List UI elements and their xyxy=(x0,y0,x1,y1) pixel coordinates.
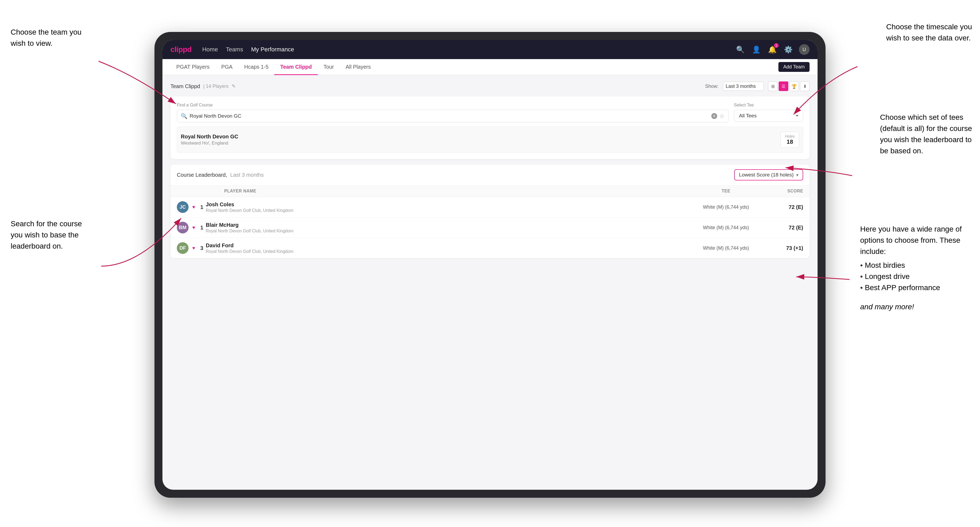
player-rank: 1 xyxy=(198,204,206,210)
leaderboard-title: Course Leaderboard, Last 3 months xyxy=(177,172,264,178)
tee-select-label: Select Tee xyxy=(734,103,803,108)
player-club: Royal North Devon Golf Club, United King… xyxy=(206,249,686,254)
player-score: 72 (E) xyxy=(766,204,803,210)
table-row: DF ♥ 3 David Ford Royal North Devon Golf… xyxy=(170,238,810,258)
search-icon-button[interactable]: 🔍 xyxy=(735,44,746,55)
notification-badge: 1 xyxy=(774,43,779,48)
tee-select[interactable]: All Tees xyxy=(738,113,799,119)
annotation-line: you wish to base the xyxy=(11,231,78,239)
tee-select-group: Select Tee All Tees xyxy=(734,103,803,122)
annotation-line: Choose which set of tees xyxy=(880,113,964,121)
annotation-line: Search for the course xyxy=(11,220,82,228)
player-tee: White (M) (6,744 yds) xyxy=(686,205,766,210)
sub-nav-team-clippd[interactable]: Team Clippd xyxy=(274,59,318,75)
col-tee-header: TEE xyxy=(686,189,766,194)
course-location: Westward Ho!, England xyxy=(181,141,238,146)
table-header: PLAYER NAME TEE SCORE xyxy=(170,186,810,197)
player-details: Blair McHarg Royal North Devon Golf Club… xyxy=(206,222,686,233)
annotation-line: Here you have a wide range of options to… xyxy=(860,225,962,256)
edit-icon[interactable]: ✎ xyxy=(232,83,236,89)
player-score: 72 (E) xyxy=(766,225,803,231)
trophy-view-button[interactable]: 🏆 xyxy=(789,81,799,91)
player-club: Royal North Devon Golf Club, United King… xyxy=(206,208,686,213)
holes-label: Holes xyxy=(785,134,795,138)
view-toggle-buttons: ⊞ ☰ 🏆 ⬇ xyxy=(768,81,810,91)
sub-nav-links: PGAT Players PGA Hcaps 1-5 Team Clippd T… xyxy=(170,59,377,75)
download-button[interactable]: ⬇ xyxy=(800,81,810,91)
nav-links: Home Teams My Performance xyxy=(202,46,294,53)
nav-link-teams[interactable]: Teams xyxy=(226,46,243,53)
annotation-option: Longest drive xyxy=(860,271,972,282)
sub-nav-hcaps[interactable]: Hcaps 1-5 xyxy=(238,59,274,75)
annotation-mid-right: Choose which set of tees (default is all… xyxy=(880,112,972,157)
tee-select-wrap[interactable]: All Tees xyxy=(734,110,803,122)
player-name: Josh Coles xyxy=(206,202,686,208)
tablet-screen: clippd Home Teams My Performance 🔍 👤 🔔 1… xyxy=(162,40,818,490)
team-header: Team Clippd | 14 Players ✎ Show: Last 3 … xyxy=(170,81,810,91)
course-search-label: Find a Golf Course xyxy=(177,103,729,108)
course-search-input[interactable] xyxy=(189,113,709,119)
annotation-line: be based on. xyxy=(880,147,923,155)
annotation-line: Choose the timescale you xyxy=(886,22,972,31)
table-row: BM ♥ 1 Blair McHarg Royal North Devon Go… xyxy=(170,217,810,238)
holes-number: 18 xyxy=(787,138,793,145)
course-result: Royal North Devon GC Westward Ho!, Engla… xyxy=(177,127,803,153)
player-avatar: BM xyxy=(177,222,189,233)
timeframe-select[interactable]: Last 3 months xyxy=(723,82,764,91)
notification-bell-button[interactable]: 🔔 1 xyxy=(767,44,778,55)
course-search-group: Find a Golf Course 🔍 ✕ ☆ xyxy=(177,103,729,122)
nav-link-home[interactable]: Home xyxy=(202,46,218,53)
favorite-button[interactable]: ☆ xyxy=(719,113,725,119)
course-search-input-wrap[interactable]: 🔍 ✕ ☆ xyxy=(177,110,729,122)
player-score: 73 (+1) xyxy=(766,245,803,251)
grid-view-button[interactable]: ⊞ xyxy=(768,81,778,91)
annotation-line: (default is all) for the course xyxy=(880,124,972,133)
add-team-button[interactable]: Add Team xyxy=(778,62,810,72)
favorite-heart-icon[interactable]: ♥ xyxy=(192,245,195,251)
search-clear-button[interactable]: ✕ xyxy=(711,113,717,119)
score-type-select[interactable]: Lowest Score (18 holes) ▾ xyxy=(734,169,803,181)
table-row: JC ♥ 1 Josh Coles Royal North Devon Golf… xyxy=(170,197,810,217)
player-details: David Ford Royal North Devon Golf Club, … xyxy=(206,243,686,254)
annotation-option: Best APP performance xyxy=(860,282,972,293)
nav-bar: clippd Home Teams My Performance 🔍 👤 🔔 1… xyxy=(162,40,818,59)
favorite-heart-icon[interactable]: ♥ xyxy=(192,225,195,230)
show-label: Show: xyxy=(705,84,719,89)
leaderboard-table: JC ♥ 1 Josh Coles Royal North Devon Golf… xyxy=(170,197,810,258)
tablet-frame: clippd Home Teams My Performance 🔍 👤 🔔 1… xyxy=(154,32,826,498)
annotation-line: Choose the team you xyxy=(11,28,81,36)
player-details: Josh Coles Royal North Devon Golf Club, … xyxy=(206,202,686,213)
col-score-header: SCORE xyxy=(766,189,803,194)
player-rank: 1 xyxy=(198,225,206,231)
player-rank: 3 xyxy=(198,245,206,251)
search-row: Find a Golf Course 🔍 ✕ ☆ Select Tee xyxy=(177,103,803,122)
annotation-line: you wish the leaderboard to xyxy=(880,135,972,144)
app-logo: clippd xyxy=(170,45,191,54)
player-name: Blair McHarg xyxy=(206,222,686,228)
search-icon: 🔍 xyxy=(181,113,188,119)
settings-icon-button[interactable]: ⚙️ xyxy=(783,44,794,55)
favorite-heart-icon[interactable]: ♥ xyxy=(192,205,195,210)
player-tee: White (M) (6,744 yds) xyxy=(686,225,766,230)
sub-nav-tour[interactable]: Tour xyxy=(318,59,340,75)
sub-nav-pgat[interactable]: PGAT Players xyxy=(170,59,215,75)
team-controls: Show: Last 3 months ⊞ ☰ 🏆 ⬇ xyxy=(705,81,810,91)
nav-icons: 🔍 👤 🔔 1 ⚙️ U xyxy=(735,44,810,55)
leaderboard-section: Course Leaderboard, Last 3 months Lowest… xyxy=(170,165,810,258)
main-content: Team Clippd | 14 Players ✎ Show: Last 3 … xyxy=(162,75,818,265)
avatar[interactable]: U xyxy=(799,44,810,55)
player-tee: White (M) (6,744 yds) xyxy=(686,245,766,251)
player-count: | 14 Players xyxy=(203,84,229,89)
list-view-button[interactable]: ☰ xyxy=(779,81,788,91)
user-icon-button[interactable]: 👤 xyxy=(751,44,762,55)
annotation-option: Most birdies xyxy=(860,260,972,271)
player-club: Royal North Devon Golf Club, United King… xyxy=(206,229,686,233)
player-avatar: DF xyxy=(177,242,189,254)
annotation-footer: and many more! xyxy=(860,301,972,313)
annotation-top-left: Choose the team you wish to view. xyxy=(11,27,81,49)
team-name: Team Clippd xyxy=(170,83,200,89)
annotation-line: leaderboard on. xyxy=(11,242,63,250)
sub-nav-pga[interactable]: PGA xyxy=(215,59,238,75)
sub-nav-all-players[interactable]: All Players xyxy=(340,59,377,75)
nav-link-my-performance[interactable]: My Performance xyxy=(251,46,294,53)
